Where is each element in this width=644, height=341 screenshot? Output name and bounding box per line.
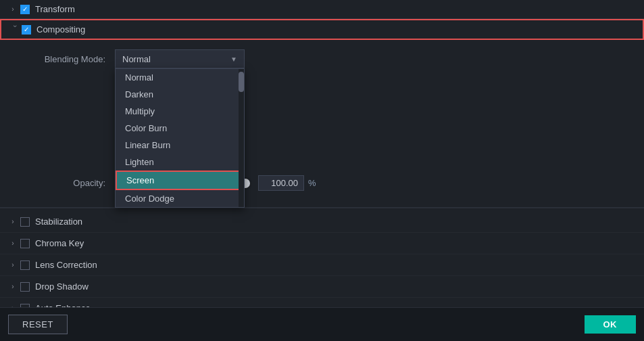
blending-mode-dropdown-container: Normal ▼ Normal Darken Multiply Color Bu… xyxy=(115,49,245,68)
lens-correction-label: Lens Correction xyxy=(35,260,97,270)
dropdown-item-linear-burn[interactable]: Linear Burn xyxy=(116,137,244,154)
opacity-value[interactable]: 100.00 xyxy=(258,175,304,191)
main-container: › Transform › Compositing Blending Mode:… xyxy=(0,0,644,341)
blending-mode-row: Blending Mode: Normal ▼ Normal Darken Mu… xyxy=(34,49,644,68)
drop-shadow-label: Drop Shadow xyxy=(35,281,89,292)
compositing-section-header[interactable]: › Compositing xyxy=(0,19,644,40)
percent-label: % xyxy=(308,178,316,188)
dropdown-scroll-thumb xyxy=(239,72,244,92)
lens-correction-checkbox[interactable] xyxy=(20,260,30,270)
stabilization-chevron: › xyxy=(8,217,18,227)
blending-mode-value: Normal xyxy=(122,54,151,64)
transform-label: Transform xyxy=(35,4,75,14)
blending-mode-label: Blending Mode: xyxy=(34,54,115,64)
other-sections: › Stabilization › Chroma Key › Lens Corr… xyxy=(0,208,644,322)
compositing-checkbox[interactable] xyxy=(22,25,31,35)
chroma-key-label: Chroma Key xyxy=(35,238,84,248)
drop-shadow-checkbox[interactable] xyxy=(20,282,30,292)
transform-chevron: › xyxy=(8,5,18,14)
blending-mode-menu: Normal Darken Multiply Color Burn Linear… xyxy=(115,68,245,208)
transform-section[interactable]: › Transform xyxy=(0,0,644,19)
dropdown-item-color-dodge[interactable]: Color Dodge xyxy=(116,190,244,207)
compositing-expanded: Blending Mode: Normal ▼ Normal Darken Mu… xyxy=(0,40,644,208)
content-area: › Transform › Compositing Blending Mode:… xyxy=(0,0,644,341)
dropdown-item-darken[interactable]: Darken xyxy=(116,86,244,103)
transform-checkbox[interactable] xyxy=(20,5,30,14)
chroma-key-chevron: › xyxy=(8,239,18,248)
opacity-label: Opacity: xyxy=(34,178,115,188)
blending-mode-dropdown[interactable]: Normal ▼ xyxy=(115,49,245,68)
compositing-label: Compositing xyxy=(36,24,85,35)
stabilization-section[interactable]: › Stabilization xyxy=(0,211,644,233)
stabilization-checkbox[interactable] xyxy=(20,217,30,227)
stabilization-label: Stabilization xyxy=(35,217,82,227)
lens-correction-section[interactable]: › Lens Correction xyxy=(0,254,644,276)
compositing-chevron: › xyxy=(9,25,19,35)
drop-shadow-chevron: › xyxy=(8,282,18,292)
dropdown-item-screen[interactable]: Screen xyxy=(116,170,244,190)
dropdown-item-lighten[interactable]: Lighten xyxy=(116,154,244,170)
dropdown-item-multiply[interactable]: Multiply xyxy=(116,103,244,120)
chroma-key-checkbox[interactable] xyxy=(20,239,30,248)
lens-correction-chevron: › xyxy=(8,260,18,270)
drop-shadow-section[interactable]: › Drop Shadow xyxy=(0,276,644,298)
reset-button[interactable]: RESET xyxy=(8,315,68,334)
ok-button[interactable]: OK xyxy=(585,315,637,334)
footer: RESET OK xyxy=(0,307,644,341)
chroma-key-section[interactable]: › Chroma Key xyxy=(0,233,644,254)
dropdown-item-normal[interactable]: Normal xyxy=(116,69,244,86)
dropdown-scrollbar[interactable] xyxy=(239,69,244,207)
dropdown-item-color-burn[interactable]: Color Burn xyxy=(116,120,244,137)
dropdown-arrow-icon: ▼ xyxy=(230,55,237,63)
